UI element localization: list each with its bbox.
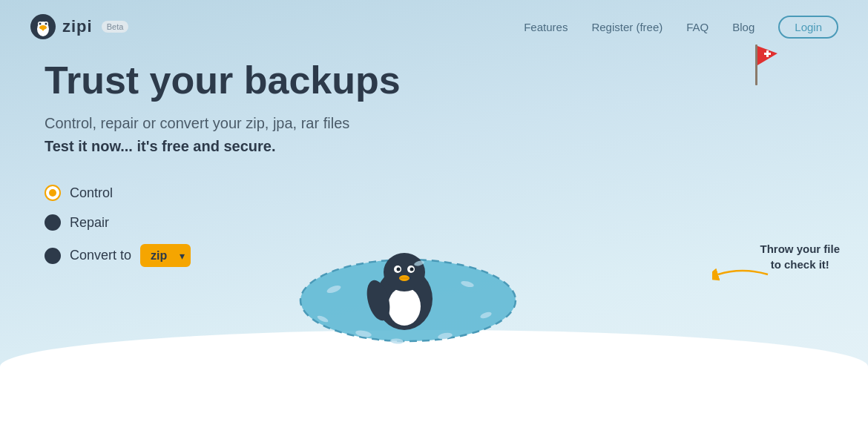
- logo-icon: [30, 13, 56, 40]
- hero-title: Trust your backups: [45, 59, 401, 102]
- hero-subtitle: Control, repair or convert your zip, jpa…: [45, 115, 401, 132]
- convert-dropdown[interactable]: zip jpa rar: [140, 244, 191, 267]
- option-repair: Repair: [45, 214, 401, 231]
- throw-label-line1: Throw your file: [760, 243, 840, 255]
- repair-label: Repair: [70, 215, 109, 231]
- convert-label: Convert to: [70, 248, 131, 263]
- throw-label: Throw your file to check it!: [760, 241, 840, 272]
- main-nav: Features Register (free) FAQ Blog Login: [524, 16, 838, 39]
- nav-faq[interactable]: FAQ: [686, 21, 708, 33]
- convert-dropdown-wrap[interactable]: zip jpa rar: [140, 244, 191, 267]
- svg-point-4: [39, 23, 42, 25]
- throw-label-line2: to check it!: [771, 258, 829, 271]
- logo-area: zipi Beta: [30, 13, 128, 40]
- option-convert: Convert to zip jpa rar: [45, 244, 401, 267]
- convert-radio[interactable]: [45, 248, 61, 264]
- options-area: Control Repair Convert to zip jpa rar: [45, 185, 401, 267]
- hero-cta: Test it now... it's free and secure.: [45, 138, 401, 155]
- nav-features[interactable]: Features: [524, 21, 568, 33]
- control-radio-dot: [49, 189, 56, 197]
- logo-text: zipi: [62, 17, 93, 36]
- svg-point-15: [388, 287, 421, 326]
- nav-blog[interactable]: Blog: [732, 21, 754, 33]
- nav-register[interactable]: Register (free): [591, 21, 662, 33]
- svg-point-20: [410, 268, 414, 271]
- svg-point-5: [45, 23, 47, 25]
- beta-badge: Beta: [102, 21, 129, 33]
- control-label: Control: [70, 185, 113, 201]
- control-radio[interactable]: [45, 185, 61, 201]
- repair-radio[interactable]: [45, 214, 61, 231]
- login-button[interactable]: Login: [778, 16, 838, 39]
- option-control: Control: [45, 185, 401, 201]
- svg-point-19: [397, 268, 401, 271]
